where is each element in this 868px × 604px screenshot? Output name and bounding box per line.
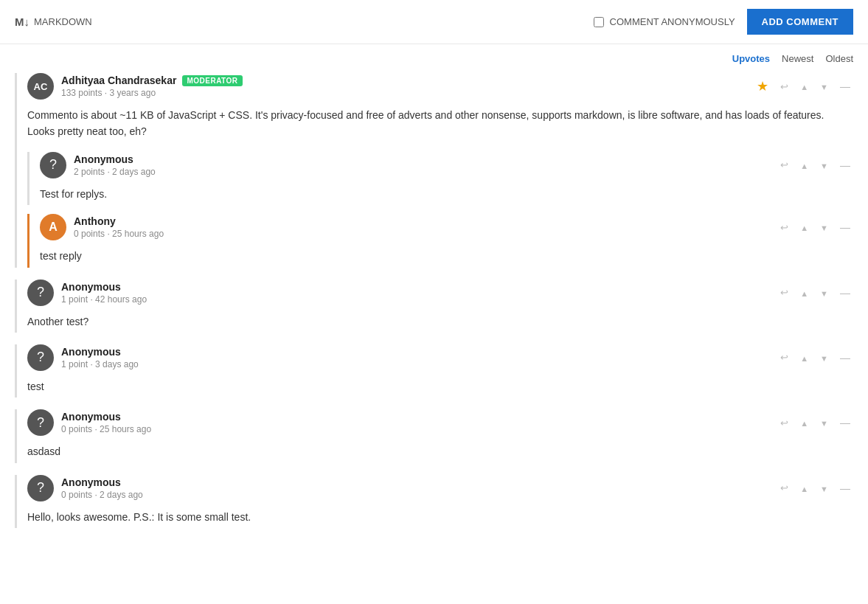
star-button[interactable] — [754, 77, 771, 96]
comment-header: ? Anonymous 1 point · 42 hours ago ↩ — [27, 280, 853, 306]
comment-meta: 0 points · 25 hours ago — [61, 424, 777, 434]
more-icon — [840, 80, 850, 93]
comment-header: ? Anonymous 0 points · 2 days ago ↩ — [27, 475, 853, 501]
reply-button[interactable]: ↩ — [777, 350, 791, 364]
time-ago: 3 years ago — [109, 88, 156, 98]
avatar: AC — [27, 73, 54, 100]
upvote-button[interactable] — [797, 157, 811, 173]
comment-actions: ↩ — [777, 350, 853, 366]
time-ago: 25 hours ago — [112, 229, 164, 239]
comment: ? Anonymous 2 points · 2 days ago ↩ Test… — [27, 152, 853, 205]
author-info: Anonymous 0 points · 2 days ago — [61, 476, 777, 500]
reply-button[interactable]: ↩ — [777, 481, 791, 495]
author-name: Adhityaa ChandrasekarMODERATOR — [61, 74, 243, 86]
toolbar: M↓ MARKDOWN COMMENT ANONYMOUSLY ADD COMM… — [0, 0, 868, 44]
author-info: Anthony 0 points · 25 hours ago — [74, 215, 777, 239]
more-button[interactable] — [837, 414, 853, 431]
comment-body: Test for replys. — [40, 186, 853, 205]
downvote-button[interactable] — [817, 414, 831, 431]
author-info: Adhityaa ChandrasekarMODERATOR 133 point… — [61, 74, 754, 99]
downvote-button[interactable] — [817, 78, 831, 94]
author-name: Anthony — [74, 215, 116, 227]
more-icon — [840, 351, 850, 364]
upvote-button[interactable] — [797, 285, 811, 301]
more-button[interactable] — [837, 480, 853, 496]
sort-newest[interactable]: Newest — [782, 53, 813, 64]
markdown-icon: M↓ — [15, 15, 29, 28]
author-name: Anonymous — [61, 476, 121, 488]
points: 1 point — [61, 359, 88, 369]
comment-body: Another test? — [27, 313, 853, 333]
avatar: ? — [27, 344, 54, 371]
upvote-icon — [800, 80, 808, 93]
upvote-button[interactable] — [797, 480, 811, 496]
reply-button[interactable]: ↩ — [777, 80, 791, 94]
time-ago: 2 days ago — [100, 490, 143, 500]
sort-oldest[interactable]: Oldest — [825, 53, 853, 64]
markdown-label: M↓ MARKDOWN — [15, 15, 92, 28]
comment-meta: 1 point · 42 hours ago — [61, 294, 777, 305]
star-icon — [757, 78, 768, 94]
reply-button[interactable]: ↩ — [777, 416, 791, 430]
upvote-icon — [800, 482, 808, 495]
anonymous-label[interactable]: COMMENT ANONYMOUSLY — [594, 16, 735, 27]
anonymous-checkbox[interactable] — [594, 17, 604, 27]
more-button[interactable] — [837, 285, 853, 301]
upvote-button[interactable] — [797, 78, 811, 94]
comment: ? Anonymous 1 point · 3 days ago ↩ test — [15, 344, 853, 398]
points: 0 points — [61, 424, 92, 434]
comment-body: test reply — [40, 248, 853, 267]
upvote-button[interactable] — [797, 219, 811, 235]
more-button[interactable] — [837, 78, 853, 94]
comment-header: AC Adhityaa ChandrasekarMODERATOR 133 po… — [27, 73, 853, 100]
comment-meta: 2 points · 2 days ago — [74, 167, 777, 177]
more-button[interactable] — [837, 219, 853, 235]
upvote-icon — [800, 159, 808, 172]
comment-actions: ↩ — [777, 157, 853, 173]
avatar: ? — [27, 280, 54, 306]
upvote-button[interactable] — [797, 350, 811, 366]
more-button[interactable] — [837, 157, 853, 173]
downvote-button[interactable] — [817, 480, 831, 496]
downvote-icon — [820, 80, 828, 93]
reply-button[interactable]: ↩ — [777, 221, 791, 235]
more-icon — [840, 416, 850, 429]
moderator-badge: MODERATOR — [182, 75, 242, 86]
points: 1 point — [61, 294, 88, 305]
downvote-button[interactable] — [817, 219, 831, 235]
avatar: A — [40, 214, 66, 240]
avatar: ? — [40, 152, 66, 178]
author-info: Anonymous 1 point · 3 days ago — [61, 346, 777, 369]
comment-header: ? Anonymous 2 points · 2 days ago ↩ — [40, 152, 853, 178]
comment: A Anthony 0 points · 25 hours ago ↩ test… — [27, 214, 853, 267]
comment-body: asdasd — [27, 443, 853, 462]
sort-upvotes[interactable]: Upvotes — [732, 53, 770, 64]
points: 0 points — [61, 490, 92, 500]
author-info: Anonymous 2 points · 2 days ago — [74, 153, 777, 177]
more-icon — [840, 159, 850, 172]
downvote-button[interactable] — [817, 285, 831, 301]
reply-button[interactable]: ↩ — [777, 158, 791, 172]
comment: ? Anonymous 0 points · 2 days ago ↩ Hell… — [15, 475, 853, 528]
upvote-icon — [800, 416, 808, 429]
comment-body: test — [27, 378, 853, 398]
downvote-button[interactable] — [817, 157, 831, 173]
comment-actions: ↩ — [777, 285, 853, 301]
points: 133 points — [61, 88, 102, 98]
comment: ? Anonymous 1 point · 42 hours ago ↩ Ano… — [15, 280, 853, 333]
avatar: ? — [27, 409, 54, 436]
more-button[interactable] — [837, 350, 853, 366]
time-ago: 3 days ago — [95, 359, 139, 369]
upvote-button[interactable] — [797, 414, 811, 431]
comment: ? Anonymous 0 points · 25 hours ago ↩ as… — [15, 409, 853, 462]
time-ago: 25 hours ago — [100, 424, 151, 434]
downvote-button[interactable] — [817, 350, 831, 366]
markdown-text: MARKDOWN — [34, 16, 92, 27]
author-name: Anonymous — [61, 346, 121, 358]
add-comment-button[interactable]: ADD COMMENT — [747, 9, 853, 35]
comment-meta: 0 points · 25 hours ago — [74, 229, 777, 239]
reply-button[interactable]: ↩ — [777, 285, 791, 299]
author-info: Anonymous 0 points · 25 hours ago — [61, 411, 777, 434]
sort-bar: Upvotes Newest Oldest — [0, 44, 868, 73]
comment-header: A Anthony 0 points · 25 hours ago ↩ — [40, 214, 853, 240]
